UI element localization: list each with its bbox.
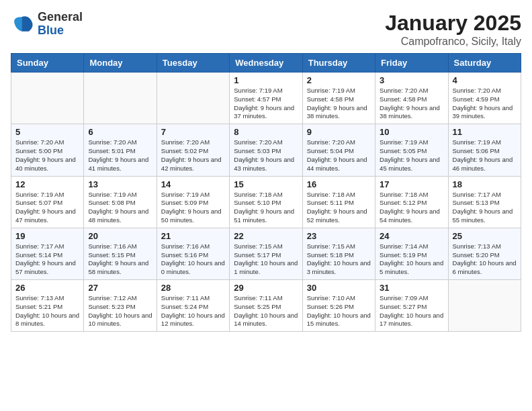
calendar-week-row: 12Sunrise: 7:19 AM Sunset: 5:07 PM Dayli… (11, 176, 521, 228)
day-info: Sunrise: 7:09 AM Sunset: 5:27 PM Dayligh… (380, 294, 443, 328)
calendar-cell: 13Sunrise: 7:19 AM Sunset: 5:08 PM Dayli… (84, 176, 157, 228)
day-number: 2 (307, 75, 371, 85)
calendar-cell (84, 73, 157, 124)
calendar-cell: 1Sunrise: 7:19 AM Sunset: 4:57 PM Daylig… (230, 73, 302, 124)
weekday-header: Thursday (302, 54, 375, 73)
day-info: Sunrise: 7:20 AM Sunset: 5:04 PM Dayligh… (307, 138, 371, 173)
calendar-cell: 31Sunrise: 7:09 AM Sunset: 5:27 PM Dayli… (375, 280, 448, 332)
day-info: Sunrise: 7:19 AM Sunset: 4:57 PM Dayligh… (234, 87, 298, 121)
day-number: 28 (161, 283, 225, 293)
day-number: 9 (307, 127, 371, 137)
weekday-header: Tuesday (157, 54, 229, 73)
day-info: Sunrise: 7:20 AM Sunset: 5:00 PM Dayligh… (15, 138, 79, 173)
calendar-cell: 30Sunrise: 7:10 AM Sunset: 5:26 PM Dayli… (302, 280, 375, 332)
day-number: 6 (88, 127, 152, 137)
day-number: 24 (380, 231, 443, 241)
day-info: Sunrise: 7:20 AM Sunset: 4:59 PM Dayligh… (453, 87, 517, 121)
calendar-cell: 12Sunrise: 7:19 AM Sunset: 5:07 PM Dayli… (11, 176, 84, 228)
calendar-cell: 24Sunrise: 7:14 AM Sunset: 5:19 PM Dayli… (375, 228, 448, 279)
calendar-cell: 11Sunrise: 7:19 AM Sunset: 5:06 PM Dayli… (448, 124, 521, 176)
day-number: 3 (380, 75, 443, 85)
calendar-cell: 19Sunrise: 7:17 AM Sunset: 5:14 PM Dayli… (11, 228, 84, 279)
weekday-header: Sunday (11, 54, 84, 73)
calendar-header: SundayMondayTuesdayWednesdayThursdayFrid… (11, 54, 521, 73)
title-block: January 2025 Campofranco, Sicily, Italy (385, 11, 521, 48)
day-info: Sunrise: 7:13 AM Sunset: 5:21 PM Dayligh… (15, 294, 79, 328)
day-number: 13 (88, 179, 152, 189)
day-info: Sunrise: 7:14 AM Sunset: 5:19 PM Dayligh… (380, 242, 443, 277)
calendar-cell: 22Sunrise: 7:15 AM Sunset: 5:17 PM Dayli… (230, 228, 302, 279)
calendar-cell: 15Sunrise: 7:18 AM Sunset: 5:10 PM Dayli… (230, 176, 302, 228)
day-info: Sunrise: 7:20 AM Sunset: 4:58 PM Dayligh… (380, 87, 443, 121)
day-number: 12 (15, 179, 79, 189)
calendar-cell: 21Sunrise: 7:16 AM Sunset: 5:16 PM Dayli… (157, 228, 229, 279)
day-number: 14 (161, 179, 225, 189)
calendar-cell: 8Sunrise: 7:20 AM Sunset: 5:03 PM Daylig… (230, 124, 302, 176)
calendar-cell: 5Sunrise: 7:20 AM Sunset: 5:00 PM Daylig… (11, 124, 84, 176)
calendar-cell: 25Sunrise: 7:13 AM Sunset: 5:20 PM Dayli… (448, 228, 521, 279)
logo-text: General Blue (38, 11, 83, 38)
day-number: 1 (234, 75, 298, 85)
logo: General Blue (11, 11, 83, 38)
page-subtitle: Campofranco, Sicily, Italy (385, 36, 521, 48)
calendar-week-row: 19Sunrise: 7:17 AM Sunset: 5:14 PM Dayli… (11, 228, 521, 279)
day-info: Sunrise: 7:17 AM Sunset: 5:13 PM Dayligh… (453, 191, 517, 225)
day-info: Sunrise: 7:19 AM Sunset: 5:07 PM Dayligh… (15, 191, 79, 225)
day-info: Sunrise: 7:18 AM Sunset: 5:11 PM Dayligh… (307, 191, 371, 225)
calendar-cell: 23Sunrise: 7:15 AM Sunset: 5:18 PM Dayli… (302, 228, 375, 279)
page-title: January 2025 (385, 11, 521, 36)
day-number: 5 (15, 127, 79, 137)
day-number: 23 (307, 231, 371, 241)
day-info: Sunrise: 7:20 AM Sunset: 5:02 PM Dayligh… (161, 138, 225, 173)
calendar-cell: 28Sunrise: 7:11 AM Sunset: 5:24 PM Dayli… (157, 280, 229, 332)
calendar-cell (11, 73, 84, 124)
calendar-week-row: 1Sunrise: 7:19 AM Sunset: 4:57 PM Daylig… (11, 73, 521, 124)
day-info: Sunrise: 7:20 AM Sunset: 5:03 PM Dayligh… (234, 138, 298, 173)
calendar-cell: 3Sunrise: 7:20 AM Sunset: 4:58 PM Daylig… (375, 73, 448, 124)
weekday-header: Wednesday (230, 54, 302, 73)
calendar-cell: 6Sunrise: 7:20 AM Sunset: 5:01 PM Daylig… (84, 124, 157, 176)
calendar-table: SundayMondayTuesdayWednesdayThursdayFrid… (11, 53, 521, 332)
calendar-cell: 29Sunrise: 7:11 AM Sunset: 5:25 PM Dayli… (230, 280, 302, 332)
day-info: Sunrise: 7:16 AM Sunset: 5:15 PM Dayligh… (88, 242, 152, 277)
calendar-cell: 26Sunrise: 7:13 AM Sunset: 5:21 PM Dayli… (11, 280, 84, 332)
day-info: Sunrise: 7:16 AM Sunset: 5:16 PM Dayligh… (161, 242, 225, 277)
day-number: 15 (234, 179, 298, 189)
day-info: Sunrise: 7:19 AM Sunset: 4:58 PM Dayligh… (307, 87, 371, 121)
day-number: 30 (307, 283, 371, 293)
page-header: General Blue January 2025 Campofranco, S… (11, 11, 521, 48)
logo-blue: Blue (38, 24, 83, 38)
day-info: Sunrise: 7:13 AM Sunset: 5:20 PM Dayligh… (453, 242, 517, 277)
day-info: Sunrise: 7:19 AM Sunset: 5:05 PM Dayligh… (380, 138, 443, 173)
day-info: Sunrise: 7:15 AM Sunset: 5:18 PM Dayligh… (307, 242, 371, 277)
calendar-cell: 10Sunrise: 7:19 AM Sunset: 5:05 PM Dayli… (375, 124, 448, 176)
day-number: 26 (15, 283, 79, 293)
calendar-week-row: 5Sunrise: 7:20 AM Sunset: 5:00 PM Daylig… (11, 124, 521, 176)
day-number: 18 (453, 179, 517, 189)
day-number: 16 (307, 179, 371, 189)
day-info: Sunrise: 7:12 AM Sunset: 5:23 PM Dayligh… (88, 294, 152, 328)
day-number: 20 (88, 231, 152, 241)
day-number: 21 (161, 231, 225, 241)
calendar-cell: 16Sunrise: 7:18 AM Sunset: 5:11 PM Dayli… (302, 176, 375, 228)
day-info: Sunrise: 7:19 AM Sunset: 5:08 PM Dayligh… (88, 191, 152, 225)
day-number: 25 (453, 231, 517, 241)
logo-general: General (38, 11, 83, 24)
day-number: 22 (234, 231, 298, 241)
calendar-cell (157, 73, 229, 124)
day-number: 17 (380, 179, 443, 189)
calendar-cell: 20Sunrise: 7:16 AM Sunset: 5:15 PM Dayli… (84, 228, 157, 279)
day-number: 31 (380, 283, 443, 293)
day-number: 10 (380, 127, 443, 137)
day-number: 11 (453, 127, 517, 137)
day-info: Sunrise: 7:10 AM Sunset: 5:26 PM Dayligh… (307, 294, 371, 328)
day-info: Sunrise: 7:15 AM Sunset: 5:17 PM Dayligh… (234, 242, 298, 277)
calendar-week-row: 26Sunrise: 7:13 AM Sunset: 5:21 PM Dayli… (11, 280, 521, 332)
weekday-header: Monday (84, 54, 157, 73)
day-number: 4 (453, 75, 517, 85)
day-info: Sunrise: 7:11 AM Sunset: 5:25 PM Dayligh… (234, 294, 298, 328)
day-info: Sunrise: 7:19 AM Sunset: 5:06 PM Dayligh… (453, 138, 517, 173)
calendar-cell: 7Sunrise: 7:20 AM Sunset: 5:02 PM Daylig… (157, 124, 229, 176)
day-info: Sunrise: 7:20 AM Sunset: 5:01 PM Dayligh… (88, 138, 152, 173)
day-info: Sunrise: 7:19 AM Sunset: 5:09 PM Dayligh… (161, 191, 225, 225)
